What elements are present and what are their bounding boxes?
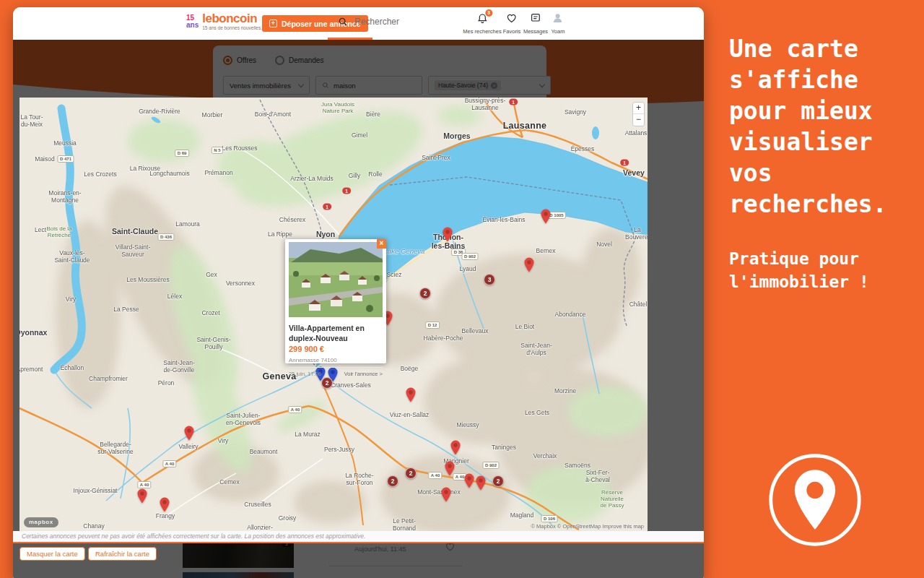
page-body: Offres Demandes Ventes immobilières mais…	[13, 40, 704, 578]
search-placeholder: Rechercher	[354, 17, 399, 27]
map-pin-red[interactable]	[541, 209, 552, 224]
road-shield: A 40	[428, 472, 442, 479]
view-ad-link[interactable]: Voir l'annonce >	[344, 371, 383, 377]
map-pin-red[interactable]	[406, 387, 417, 402]
map-pin-red[interactable]	[441, 487, 452, 502]
nav-item-my-searches[interactable]: 3 Mes recherches	[463, 12, 501, 35]
map-pin-red[interactable]	[524, 257, 535, 272]
nav-item-account[interactable]: Yoam	[552, 12, 565, 35]
anniversary-badge: 15 ans	[186, 14, 199, 29]
map-attribution[interactable]: © Mapbox © OpenStreetMap Improve this ma…	[531, 523, 644, 530]
map-cluster-marker[interactable]: 2	[321, 377, 333, 389]
mapbox-logo: mapbox	[24, 517, 58, 527]
search-active-underline	[328, 38, 372, 40]
browser-window: 15 ans leboncoin 15 ans de bonnes nouvel…	[13, 7, 704, 578]
road-shield: D 69	[175, 150, 189, 157]
zoom-in-button[interactable]: +	[633, 103, 644, 114]
map-pin-red[interactable]	[464, 473, 475, 488]
close-icon[interactable]: ×	[377, 239, 386, 249]
road-shield: D 902	[482, 462, 499, 469]
road-shield: D 436	[157, 233, 174, 241]
map-pin-red[interactable]	[137, 488, 148, 504]
brand-name: leboncoin	[202, 12, 262, 25]
promo-heading: Une carte s'affiche pour mieux visualise…	[729, 33, 917, 220]
road-shield: 1	[323, 204, 331, 210]
listing-popup[interactable]: × Villa-Appartement en duplex-Nouveau 29…	[285, 239, 386, 363]
map-pin-red[interactable]	[476, 475, 487, 491]
map-pin-red[interactable]	[443, 227, 453, 242]
map-cluster-marker[interactable]: 2	[387, 475, 398, 487]
hide-map-button[interactable]: Masquer la carte	[19, 547, 85, 561]
map-pin-red[interactable]	[160, 497, 170, 512]
nav-item-messages[interactable]: Messages	[523, 12, 548, 35]
popup-date: 25 juin, 17:06	[289, 371, 321, 377]
global-search[interactable]: Rechercher	[338, 17, 399, 27]
map-pin-emblem-icon	[766, 451, 864, 549]
road-shield: N 5	[212, 147, 223, 154]
zoom-out-button[interactable]: −	[633, 114, 644, 126]
road-shield: A 40	[162, 460, 176, 467]
popup-location: Annemasse 74100	[289, 357, 383, 363]
road-shield: 1	[620, 160, 629, 166]
messages-icon	[530, 12, 541, 24]
search-icon	[338, 17, 348, 27]
brand-tagline: 15 ans de bonnes nouvelles.	[202, 25, 262, 30]
popup-title: Villa-Appartement en duplex-Nouveau	[289, 324, 383, 343]
map-disclaimer: Certaines annonces peuvent ne pas avoir …	[13, 531, 704, 542]
road-shield: A 40	[137, 481, 151, 488]
road-shield: D 471	[57, 155, 74, 163]
road-shield: D 106	[541, 515, 557, 522]
popup-price: 299 900 €	[289, 345, 383, 353]
road-shield: D 902	[461, 253, 478, 260]
leboncoin-logo[interactable]: 15 ans leboncoin 15 ans de bonnes nouvel…	[186, 12, 262, 30]
accent-divider	[13, 542, 704, 543]
map-panel[interactable]: LausanneGenevaOyonnaxSaint-ClaudeVeveyNy…	[19, 98, 648, 531]
map-pin-red[interactable]	[445, 461, 456, 476]
navbar: 15 ans leboncoin 15 ans de bonnes nouvel…	[13, 7, 704, 40]
nav-item-favorites[interactable]: Favoris	[503, 12, 521, 35]
map-pin-red[interactable]	[184, 426, 195, 441]
road-shield: D 12	[425, 322, 440, 329]
map-pin-red[interactable]	[450, 440, 461, 455]
road-shield: 1	[342, 188, 351, 194]
plus-icon: +	[269, 20, 277, 27]
map-cluster-marker[interactable]: 2	[492, 475, 504, 487]
listing-photo	[289, 242, 383, 317]
map-zoom-control: + −	[632, 102, 645, 126]
road-shield: 1	[509, 99, 518, 105]
heart-icon	[506, 12, 518, 24]
user-avatar-icon	[552, 12, 564, 24]
map-cluster-marker[interactable]: 2	[419, 288, 431, 299]
map-cluster-marker[interactable]: 2	[405, 467, 417, 479]
road-shield: A 40	[288, 406, 302, 413]
notification-badge: 3	[485, 9, 492, 17]
promo-subheading: Pratique pour l'immobilier !	[729, 247, 917, 293]
refresh-map-button[interactable]: Rafraîchir la carte	[88, 547, 157, 561]
map-cluster-marker[interactable]: 3	[484, 274, 495, 285]
